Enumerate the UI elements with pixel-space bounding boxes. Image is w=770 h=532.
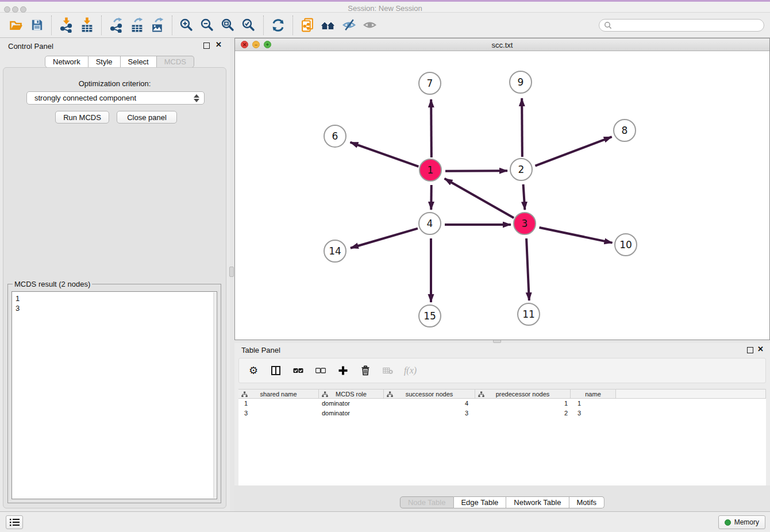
toolbar-separator bbox=[292, 16, 293, 35]
tab-motifs[interactable]: Motifs bbox=[569, 496, 605, 508]
open-session-icon[interactable] bbox=[6, 15, 26, 36]
run-mcds-button[interactable]: Run MCDS bbox=[55, 111, 109, 124]
zoom-in-icon[interactable] bbox=[176, 15, 197, 36]
zoom-out-icon[interactable] bbox=[197, 15, 218, 36]
graph-node-4[interactable]: 4 bbox=[418, 212, 441, 235]
graph-edge-2-9[interactable] bbox=[522, 98, 522, 157]
export-network-icon[interactable] bbox=[106, 15, 126, 36]
delete-column-icon[interactable] bbox=[360, 365, 371, 376]
graph-edge-3-10[interactable] bbox=[539, 228, 612, 243]
column-header-filler[interactable] bbox=[616, 389, 766, 399]
result-scrollbar[interactable] bbox=[213, 292, 216, 498]
column-header-successor-nodes[interactable]: successor nodes bbox=[384, 389, 475, 399]
table-cell[interactable]: 1 bbox=[475, 399, 571, 408]
graph-node-9[interactable]: 9 bbox=[509, 71, 532, 94]
vertical-splitter-handle[interactable] bbox=[229, 267, 234, 277]
table-cell[interactable]: 3 bbox=[238, 408, 319, 418]
control-panel-title: Control Panel bbox=[8, 42, 53, 51]
table-cell[interactable]: 2 bbox=[475, 408, 571, 418]
network-window-titlebar[interactable]: ✕ – + scc.txt bbox=[235, 38, 769, 51]
graph-node-14[interactable]: 14 bbox=[324, 240, 346, 263]
table-row[interactable]: 3dominator323 bbox=[238, 408, 766, 418]
network-canvas[interactable]: 1234678910111415 bbox=[235, 51, 769, 340]
close-table-panel-icon[interactable]: ✕ bbox=[757, 345, 764, 353]
graph-edge-2-3[interactable] bbox=[523, 184, 525, 210]
graph-edge-1-2[interactable] bbox=[445, 171, 507, 171]
table-cell[interactable]: 1 bbox=[238, 399, 319, 408]
delete-table-icon[interactable] bbox=[383, 365, 393, 376]
table-cell[interactable]: dominator bbox=[319, 399, 384, 408]
graph-node-11[interactable]: 11 bbox=[517, 303, 540, 326]
toolbar-separator bbox=[51, 16, 52, 35]
import-network-icon[interactable] bbox=[56, 15, 76, 36]
graph-node-7[interactable]: 7 bbox=[418, 72, 441, 95]
window-title: Session: New Session bbox=[0, 4, 770, 13]
tab-select[interactable]: Select bbox=[121, 56, 157, 68]
export-table-icon[interactable] bbox=[126, 15, 147, 36]
graph-edge-1-6[interactable] bbox=[350, 142, 418, 167]
export-image-icon[interactable] bbox=[147, 15, 168, 36]
table-cell[interactable]: 3 bbox=[571, 408, 616, 418]
deselect-all-icon[interactable] bbox=[315, 365, 326, 376]
criterion-select[interactable]: strongly connected component bbox=[26, 91, 205, 105]
tab-network[interactable]: Network bbox=[45, 56, 88, 68]
close-panel-button[interactable]: Close panel bbox=[117, 111, 177, 124]
show-panels-icon[interactable] bbox=[359, 15, 380, 36]
search-icon bbox=[604, 21, 612, 29]
close-panel-icon[interactable]: ✕ bbox=[215, 41, 222, 49]
mcds-result-text[interactable]: 13 bbox=[11, 291, 217, 499]
column-header-MCDS-role[interactable]: MCDS role bbox=[319, 389, 384, 399]
import-table-icon[interactable] bbox=[76, 15, 97, 36]
table-header-row: shared nameMCDS rolesuccessor nodesprede… bbox=[238, 389, 766, 399]
table-cell[interactable]: dominator bbox=[319, 408, 384, 418]
task-history-button[interactable] bbox=[6, 515, 23, 529]
mcds-result-line: 3 bbox=[16, 303, 213, 313]
zoom-selected-icon[interactable] bbox=[238, 15, 259, 36]
select-all-icon[interactable] bbox=[293, 365, 303, 376]
toolbar-separator bbox=[172, 16, 172, 35]
tab-node-table[interactable]: Node Table bbox=[400, 496, 454, 508]
reset-panels-icon[interactable] bbox=[318, 15, 338, 36]
graph-node-3[interactable]: 3 bbox=[513, 212, 536, 235]
split-columns-icon[interactable] bbox=[271, 365, 281, 376]
tab-network-table[interactable]: Network Table bbox=[506, 496, 569, 508]
graph-edge-3-11[interactable] bbox=[526, 238, 529, 300]
column-header-shared-name[interactable]: shared name bbox=[238, 389, 319, 399]
memory-button[interactable]: Memory bbox=[718, 515, 765, 529]
search-input-wrapper bbox=[599, 19, 764, 32]
hide-panels-icon[interactable] bbox=[338, 15, 359, 36]
graph-node-10[interactable]: 10 bbox=[614, 233, 637, 256]
graph-edge-2-8[interactable] bbox=[535, 137, 611, 165]
select-stepper-icon bbox=[193, 94, 200, 103]
float-panel-icon[interactable] bbox=[203, 43, 210, 49]
graph-node-2[interactable]: 2 bbox=[510, 158, 533, 181]
zoom-fit-icon[interactable] bbox=[218, 15, 238, 36]
toolbar-separator bbox=[263, 16, 264, 35]
save-session-icon[interactable] bbox=[26, 15, 47, 36]
table-cell[interactable]: 1 bbox=[571, 399, 616, 408]
list-icon bbox=[9, 518, 20, 527]
column-header-predecessor-nodes[interactable]: predecessor nodes bbox=[475, 389, 571, 399]
function-builder-icon[interactable]: f(x) bbox=[405, 365, 415, 376]
graph-node-15[interactable]: 15 bbox=[418, 304, 441, 327]
search-input[interactable] bbox=[612, 21, 759, 29]
table-panel-title: Table Panel bbox=[241, 346, 280, 354]
float-table-panel-icon[interactable] bbox=[747, 347, 753, 353]
graph-node-8[interactable]: 8 bbox=[613, 119, 636, 142]
apply-layout-icon[interactable] bbox=[268, 15, 288, 36]
settings-icon[interactable]: ⚙ bbox=[248, 365, 259, 376]
table-cell[interactable]: 3 bbox=[384, 408, 475, 418]
tab-edge-table[interactable]: Edge Table bbox=[453, 496, 506, 508]
table-row[interactable]: 1dominator411 bbox=[238, 399, 766, 408]
graph-node-1[interactable]: 1 bbox=[419, 159, 442, 182]
tab-style[interactable]: Style bbox=[88, 56, 121, 68]
graph-edge-1-7[interactable] bbox=[431, 99, 432, 157]
graph-edge-4-14[interactable] bbox=[351, 229, 418, 248]
table-cell[interactable]: 4 bbox=[384, 399, 475, 408]
graph-edge-3-1[interactable] bbox=[445, 179, 514, 218]
graph-node-6[interactable]: 6 bbox=[324, 125, 346, 148]
clone-network-icon[interactable] bbox=[297, 15, 318, 36]
add-column-icon[interactable] bbox=[338, 365, 348, 376]
tab-mcds[interactable]: MCDS bbox=[157, 56, 194, 68]
column-header-name[interactable]: name bbox=[571, 389, 616, 399]
